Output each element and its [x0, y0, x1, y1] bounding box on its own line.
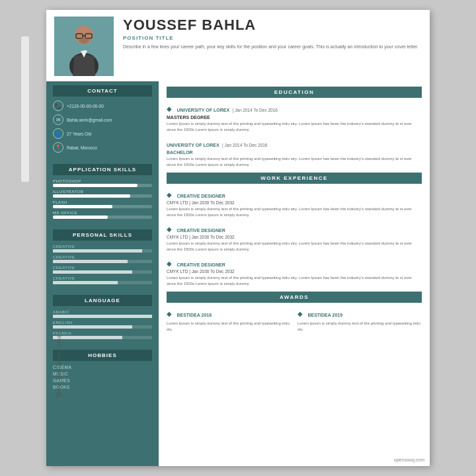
bullet-award-2: ◆	[298, 310, 303, 317]
hobbies-section: HOBBIES CINÉMA MUSIC GAMES BOOKS	[46, 346, 159, 395]
pskill-1: CREATIVE	[53, 245, 152, 253]
edu-item-1: ◆ UNIVERSITY OF LOREX | Jan 2014 To Dec …	[167, 102, 422, 133]
language-section: LANGUAGE ARABIC ENGLISH FRENCH	[46, 291, 159, 346]
awards-heading: AWARDS	[167, 292, 422, 303]
edu-school-1: UNIVERSITY OF LOREX	[177, 108, 229, 112]
work-desc-1: Lorem Ipsum is simply dummy text of the …	[167, 206, 422, 218]
contact-section: CONTACT 📞 +2126-00-00-00-00 ✉ Bahla.work…	[46, 81, 159, 160]
person-icon: 👤	[53, 128, 63, 139]
award-desc-2: Lorem Ipsum is simply dummy text of the …	[298, 321, 422, 333]
svg-point-5	[79, 37, 89, 44]
header-info: YOUSSEF BAHLA POSITION TITLE Describe in…	[114, 17, 422, 51]
hobby-books: BOOKS	[53, 385, 152, 389]
edu-degree-2: BACHELOR	[167, 150, 422, 155]
pskill-4: CREATIVE	[53, 276, 152, 284]
location-icon: 📍	[53, 142, 63, 153]
location-text: Rabat, Morocco	[67, 145, 97, 150]
award-title-2: BESTIDEA 2019	[307, 313, 342, 317]
work-desc-2: Lorem Ipsum is simply dummy text of the …	[167, 241, 422, 253]
header-section: YOUSSEF BAHLA POSITION TITLE Describe in…	[46, 10, 430, 81]
profile-photo	[54, 17, 114, 76]
hobby-cinema: CINÉMA	[53, 365, 152, 370]
edu-dates-1: | Jan 2014 To Dec 2016	[233, 108, 278, 112]
bullet-award-1: ◆	[167, 310, 172, 317]
work-heading: WORK EXPERIENCE	[167, 173, 422, 184]
hobby-music: MUSIC	[53, 372, 152, 376]
position-title: POSITION TITLE	[123, 35, 422, 41]
lang-french: FRENCH	[53, 331, 152, 339]
bullet-icon: ◆	[167, 105, 172, 112]
work-title-2: CREATIVE DESIGNER	[177, 228, 225, 233]
personal-skills-heading: PERSONAL SKILLS	[53, 229, 152, 241]
hobbies-heading: HOBBIES	[53, 350, 152, 361]
award-title-1: BESTIDEA 2018	[177, 313, 212, 317]
contact-phone: 📞 +2126-00-00-00-00	[53, 100, 152, 111]
pskill-2: CREATIVE	[53, 255, 152, 263]
awards-row: ◆ BESTIDEA 2018 Lorem Ipsum is simply du…	[167, 307, 422, 333]
skill-photoshop: PHOTOSHOP	[53, 179, 152, 187]
lang-english: ENGLISH	[53, 321, 152, 329]
age-text: 27 Years Old	[67, 132, 91, 136]
body-section: CONTACT 📞 +2126-00-00-00-00 ✉ Bahla.work…	[46, 81, 430, 466]
phone-icon: 📞	[53, 100, 63, 111]
lang-arabic: ARABIC	[53, 310, 152, 318]
edu-desc-1: Lorem Ipsum is simply dummy text of the …	[167, 121, 422, 133]
watermark: @cv_designer_oman	[56, 330, 62, 397]
work-title-3: CREATIVE DESIGNER	[177, 262, 225, 267]
phone-text: +2126-00-00-00-00	[67, 104, 104, 108]
work-company-3: CMYK LTD | Jan 2030 To Dec 2032	[167, 269, 422, 274]
bullet-icon-4: ◆	[167, 260, 172, 267]
education-heading: EDUCATION	[167, 87, 422, 98]
contact-location: 📍 Rabat, Morocco	[53, 142, 152, 153]
work-company-1: CMYK LTD | Jan 2030 To Dec 2032	[167, 200, 422, 205]
email-text: Bahla.work@gmail.com	[67, 118, 112, 122]
email-icon: ✉	[53, 114, 63, 125]
main-content: EDUCATION ◆ UNIVERSITY OF LOREX | Jan 20…	[159, 81, 430, 466]
app-skills-heading: APPLICATION SKILLS	[53, 164, 152, 175]
hobby-games: GAMES	[53, 378, 152, 383]
contact-heading: CONTACT	[53, 85, 152, 97]
work-item-3: ◆ CREATIVE DESIGNER CMYK LTD | Jan 2030 …	[167, 257, 422, 287]
edu-dates-2: | Jan 2014 To Dec 2016	[222, 143, 267, 147]
contact-email: ✉ Bahla.work@gmail.com	[53, 114, 152, 125]
award-item-2: ◆ BESTIDEA 2019 Lorem Ipsum is simply du…	[298, 307, 422, 333]
edu-degree-1: MASTERS DEGREE	[167, 115, 422, 120]
edu-school-2: UNIVERSITY OF LOREX	[167, 143, 219, 147]
resume: @cv_designer_oman	[46, 10, 430, 466]
award-item-1: ◆ BESTIDEA 2018 Lorem Ipsum is simply du…	[167, 307, 291, 333]
work-item-2: ◆ CREATIVE DESIGNER CMYK LTD | Jan 2030 …	[167, 223, 422, 253]
pencil-decoration	[21, 36, 29, 182]
bullet-icon-3: ◆	[167, 225, 172, 233]
app-skills-section: APPLICATION SKILLS PHOTOSHOP ILLUSTRATOR…	[46, 160, 159, 225]
skill-msoffice: MS OFFICE	[53, 211, 152, 219]
skill-illustrator: ILLUSTRATOR	[53, 190, 152, 198]
sidebar: CONTACT 📞 +2126-00-00-00-00 ✉ Bahla.work…	[46, 81, 159, 466]
personal-skills-section: PERSONAL SKILLS CREATIVE CREATIVE CREATI…	[46, 225, 159, 291]
language-heading: LANGUAGE	[53, 295, 152, 306]
edu-item-2: UNIVERSITY OF LOREX | Jan 2014 To Dec 20…	[167, 138, 422, 168]
contact-age: 👤 27 Years Old	[53, 128, 152, 139]
work-title-1: CREATIVE DESIGNER	[177, 194, 225, 198]
candidate-name: YOUSSEF BAHLA	[123, 17, 422, 34]
work-company-2: CMYK LTD | Jan 2030 To Dec 2032	[167, 235, 422, 239]
work-desc-3: Lorem Ipsum is simply dummy text of the …	[167, 275, 422, 287]
work-item-1: ◆ CREATIVE DESIGNER CMYK LTD | Jan 2030 …	[167, 188, 422, 218]
header-description: Describe in a few lines your career path…	[123, 44, 422, 51]
opensooq-logo: opensooq.com	[394, 457, 424, 462]
edu-desc-2: Lorem Ipsum is simply dummy text of the …	[167, 156, 422, 168]
pskill-3: CREATIVE	[53, 266, 152, 274]
bullet-icon-2: ◆	[167, 191, 172, 198]
award-desc-1: Lorem Ipsum is simply dummy text of the …	[167, 321, 291, 333]
skill-flash: FLASH	[53, 200, 152, 208]
